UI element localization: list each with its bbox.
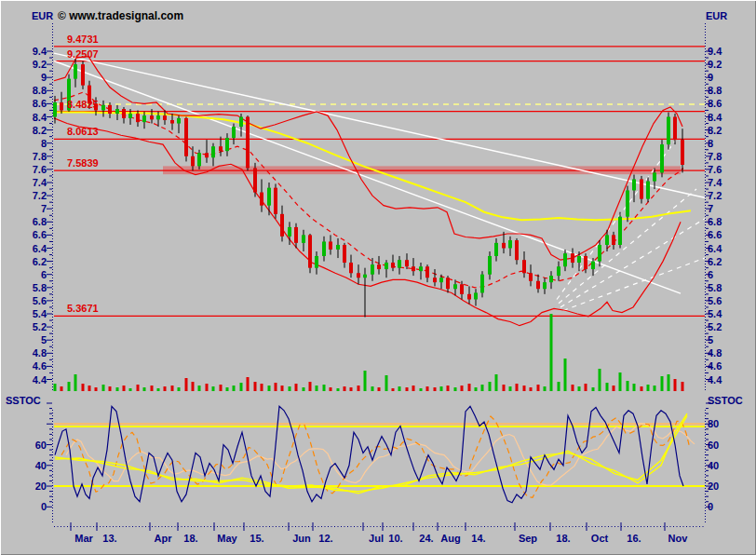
price-tick-label: 8.6 <box>708 98 722 109</box>
volume-bar <box>489 382 492 391</box>
candle-body <box>336 245 340 250</box>
price-tick-label: 5.2 <box>708 321 722 332</box>
price-tick-label: 4.4 <box>708 374 722 386</box>
candle-body <box>605 235 609 245</box>
candle-body <box>267 188 271 206</box>
candle-body <box>391 263 395 268</box>
candle-body <box>377 264 381 269</box>
candle-body <box>122 109 126 118</box>
candle-body <box>74 64 77 79</box>
candle-body <box>322 241 326 256</box>
volume-bar <box>261 384 263 391</box>
candle-body <box>211 146 215 157</box>
volume-bar <box>240 383 243 391</box>
volume-bar <box>109 386 112 391</box>
volume-bar <box>316 386 318 391</box>
price-tick-label: 9.4 <box>0 46 47 57</box>
volume-bar <box>206 384 209 391</box>
volume-bar <box>412 386 415 391</box>
candle-body <box>288 227 291 237</box>
volume-bar <box>668 374 670 391</box>
candle-body <box>480 275 484 293</box>
candle-body <box>618 217 622 245</box>
candle-body <box>108 105 112 114</box>
volume-bar <box>157 388 160 391</box>
volume-bar <box>599 369 601 391</box>
candle-body <box>81 64 85 86</box>
price-tick-label: 7.4 <box>708 177 722 188</box>
candle-body <box>253 168 257 192</box>
sstoc-label-left: SSTOC <box>6 395 41 406</box>
candle-body <box>433 278 437 282</box>
candle-body <box>667 117 670 145</box>
price-tick-label: 5.6 <box>0 295 47 306</box>
price-tick-label: 7.2 <box>708 190 722 201</box>
candle-body <box>563 253 567 266</box>
candle-body <box>150 115 154 119</box>
price-tick-label: 5.4 <box>0 308 47 319</box>
price-tick-label: 4.6 <box>0 360 47 372</box>
volume-bar <box>358 386 360 391</box>
candle-body <box>177 118 181 124</box>
chart-canvas <box>0 0 756 555</box>
candle-body <box>453 284 457 289</box>
price-tick-label: 9.2 <box>0 59 47 70</box>
date-tick-label: 16. <box>614 533 655 544</box>
candle-body <box>446 278 450 289</box>
volume-bar <box>247 377 250 391</box>
candle-body <box>294 227 298 243</box>
volume-bar <box>192 382 195 391</box>
volume-bar <box>613 386 615 391</box>
volume-bar <box>530 387 533 391</box>
candle-body <box>60 102 63 110</box>
candle-body <box>191 156 195 167</box>
candle-body <box>128 114 132 118</box>
lower-band-line <box>54 118 681 326</box>
candle-body <box>653 172 656 181</box>
volume-bar <box>585 384 587 391</box>
price-tick-label: 8.8 <box>0 85 47 96</box>
white-downtrend-1 <box>54 53 705 197</box>
volume-bar <box>151 386 154 391</box>
price-tick-label: 8 <box>708 138 713 149</box>
sstoc-fast-line <box>55 406 683 503</box>
sstoc-tick-label: 0 <box>708 501 713 512</box>
price-tick-label: 8.4 <box>0 112 47 123</box>
candle-body <box>170 120 174 124</box>
volume-bar <box>558 382 560 391</box>
candle-body <box>515 240 519 260</box>
candle-body <box>302 235 305 242</box>
volume-bar <box>426 386 429 391</box>
volume-bar <box>226 387 229 391</box>
price-tick-label: 7.2 <box>0 190 47 201</box>
candle-body <box>225 138 229 151</box>
volume-bar <box>254 382 257 391</box>
volume-bar <box>220 385 223 391</box>
price-tick-label: 4.8 <box>0 347 47 359</box>
volume-bar <box>509 386 512 391</box>
candle-body <box>405 260 409 266</box>
sstoc-label-right: SSTOC <box>708 395 743 406</box>
sstoc-tick-label: 40 <box>0 460 47 471</box>
candle-body <box>315 256 318 268</box>
candle-body <box>598 245 601 262</box>
sstoc-tick-label: 20 <box>0 481 47 492</box>
volume-bar <box>606 383 609 391</box>
volume-bar <box>461 386 464 391</box>
candle-body <box>101 105 105 111</box>
sstoc-tick-label: 0 <box>0 501 47 512</box>
volume-bar <box>503 385 506 391</box>
volume-bar <box>495 374 498 391</box>
volume-bar <box>682 382 684 391</box>
volume-bar <box>74 374 77 391</box>
price-tick-label: 7.8 <box>0 151 47 162</box>
price-tick-label: 9.4 <box>708 46 722 57</box>
volume-bar <box>447 386 450 391</box>
volume-bar <box>95 387 98 391</box>
candle-body <box>439 278 443 282</box>
volume-bar <box>123 386 126 391</box>
volume-bar <box>550 314 553 391</box>
volume-bar <box>516 384 519 391</box>
volume-bar <box>420 388 423 391</box>
price-tick-label: 9.2 <box>708 59 722 70</box>
